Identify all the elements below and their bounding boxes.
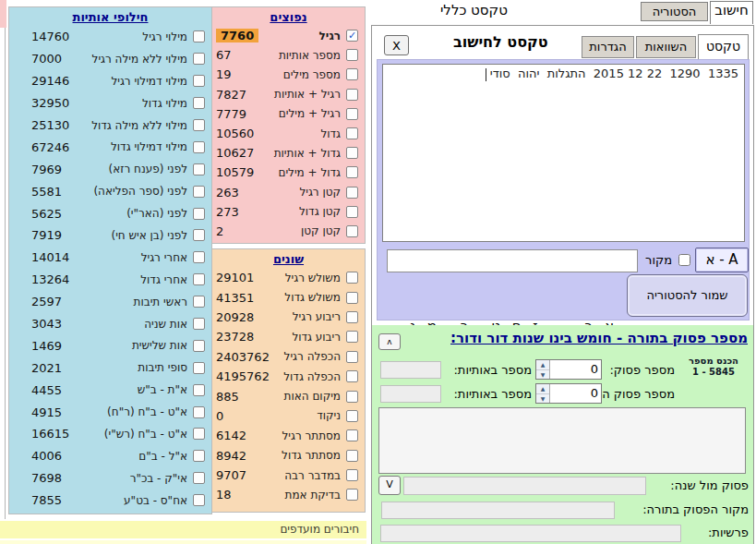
calc-row: ריבוע גדול23728 [212, 327, 365, 346]
source-input[interactable] [387, 249, 638, 272]
tab-comparisons[interactable]: השוואות [636, 36, 696, 58]
row-checkbox[interactable] [346, 127, 358, 139]
torah-verse-panel: ʌ מספר פסוק בתורה - חומש בינו שנות דור ו… [372, 325, 753, 544]
spin-down-icon[interactable]: ▼ [536, 394, 549, 404]
calc-row: מילוי גדול32950 [9, 92, 211, 115]
row-checkbox[interactable] [346, 206, 358, 218]
row-checkbox[interactable] [193, 296, 205, 308]
row-checkbox[interactable] [346, 49, 358, 61]
spin-down-icon[interactable]: ▼ [536, 370, 549, 380]
row-checkbox[interactable] [346, 450, 358, 462]
row-checkbox[interactable] [193, 384, 205, 396]
background-panel-edge [5, 28, 6, 519]
row-checkbox[interactable] [193, 494, 205, 506]
collapse-button[interactable]: ʌ [378, 333, 401, 350]
spin-up-icon[interactable]: ▲ [536, 360, 549, 370]
row-checkbox[interactable] [346, 331, 358, 343]
row-checkbox[interactable] [346, 469, 358, 481]
row-checkbox[interactable] [193, 273, 205, 285]
row-checkbox[interactable]: ✓ [346, 30, 358, 42]
hebrew-latin-toggle-button[interactable]: A - א [695, 248, 749, 272]
row-checkbox[interactable] [193, 208, 205, 220]
verse-in-letters-label: מספר באותיות: [453, 363, 532, 377]
row-checkbox[interactable] [193, 318, 205, 330]
row-checkbox[interactable] [193, 75, 205, 87]
calc-row: אי"ק - בכ"ר7698 [9, 467, 211, 490]
row-checkbox[interactable] [346, 147, 358, 159]
row-checkbox[interactable] [346, 272, 358, 284]
row-checkbox[interactable] [193, 53, 205, 65]
row-checkbox[interactable] [193, 30, 205, 42]
row-checkbox[interactable] [193, 428, 205, 440]
tab-settings[interactable]: הגדרות [582, 36, 634, 58]
calc-row: א"ל - ב"ם4006 [9, 445, 211, 467]
row-checkbox[interactable] [193, 119, 205, 131]
tab-text[interactable]: טקסט [698, 34, 749, 59]
tab-calculation[interactable]: חישוב [710, 1, 753, 24]
parshiot-output [380, 525, 681, 542]
row-checkbox[interactable] [193, 406, 205, 418]
row-label: קטן רגיל [299, 186, 341, 199]
v-button[interactable]: V [378, 476, 401, 495]
row-checkbox[interactable] [193, 362, 205, 374]
row-checkbox[interactable] [193, 450, 205, 462]
calc-row: מיקום האות885 [212, 386, 365, 405]
row-checkbox[interactable] [193, 186, 205, 198]
row-checkbox[interactable] [193, 141, 205, 153]
calc-row: רגיל + מילים7779 [212, 104, 365, 124]
calc-row: ✓רגיל7760 [212, 26, 365, 45]
close-button[interactable]: X [384, 35, 409, 55]
row-checkbox[interactable] [346, 187, 358, 199]
row-checkbox[interactable] [346, 166, 358, 178]
row-checkbox[interactable] [346, 292, 358, 304]
reverse-verse-spinner[interactable]: ▲ ▼ 0 [535, 383, 602, 404]
verse-vs-year-label: פסוק מול שנה: [670, 478, 749, 492]
spin-up-icon[interactable]: ▲ [536, 384, 549, 394]
calc-row: הכפלה גדול4195762 [212, 367, 365, 386]
torah-verse-title-link[interactable]: מספר פסוק בתורה - חומש בינו שנות דור ודו… [450, 330, 748, 346]
row-checkbox[interactable] [346, 108, 358, 120]
row-label: מילוי דמילוי גדול [111, 140, 187, 153]
tab-history[interactable]: הסטוריה [641, 2, 708, 21]
row-checkbox[interactable] [346, 311, 358, 323]
gematria-app-window: חילופי אותיות מילוי רגיל14760מילוי ללא מ… [0, 0, 756, 544]
row-checkbox[interactable] [346, 489, 358, 501]
row-checkbox[interactable] [193, 472, 205, 484]
row-value: 6142 [216, 429, 246, 442]
common-panel-title[interactable]: נפוצים [212, 7, 365, 24]
calc-row: סופי תיבות2021 [9, 357, 211, 379]
row-checkbox[interactable] [346, 351, 358, 363]
row-checkbox[interactable] [193, 163, 205, 175]
save-to-history-button[interactable]: שמור להסטוריה [627, 274, 748, 317]
row-checkbox[interactable] [193, 340, 205, 352]
row-checkbox[interactable] [193, 97, 205, 109]
row-checkbox[interactable] [346, 225, 358, 237]
reverse-verse-value[interactable]: 0 [550, 384, 601, 403]
calc-row: מסתתר רגיל6142 [212, 426, 365, 445]
row-checkbox[interactable] [193, 251, 205, 263]
row-checkbox[interactable] [193, 229, 205, 241]
row-value: 19 [216, 67, 232, 81]
row-checkbox[interactable] [346, 429, 358, 441]
torah-source-label: מקור הפסוק בתורה: [642, 502, 749, 516]
exchanges-panel-title[interactable]: חילופי אותיות [9, 7, 211, 24]
row-checkbox[interactable] [346, 68, 358, 80]
calc-row: א"ת - ב"ש4455 [9, 379, 211, 401]
row-checkbox[interactable] [346, 370, 358, 382]
source-checkbox[interactable] [678, 254, 690, 266]
row-value: 273 [216, 205, 239, 219]
row-value: 23728 [216, 330, 254, 344]
row-label: בדיקת אמת [285, 489, 341, 502]
spinner-arrows: ▲ ▼ [536, 360, 550, 379]
row-checkbox[interactable] [346, 410, 358, 422]
row-label: הכפלה רגיל [284, 350, 341, 363]
row-value: 7855 [31, 493, 62, 507]
calculation-textarea[interactable]: 1335 ‏1290 ‏22 ‏12 ‏2015 ‏התגלות יהוה סו… [382, 64, 745, 242]
row-value: 2 [216, 224, 223, 238]
various-panel-title[interactable]: שונים [212, 249, 365, 266]
row-checkbox[interactable] [346, 89, 358, 101]
exchanges-panel: חילופי אותיות מילוי רגיל14760מילוי ללא מ… [8, 6, 212, 514]
row-checkbox[interactable] [346, 391, 358, 403]
verse-number-spinner[interactable]: ▲ ▼ 0 [535, 359, 602, 380]
verse-number-value[interactable]: 0 [550, 360, 601, 379]
